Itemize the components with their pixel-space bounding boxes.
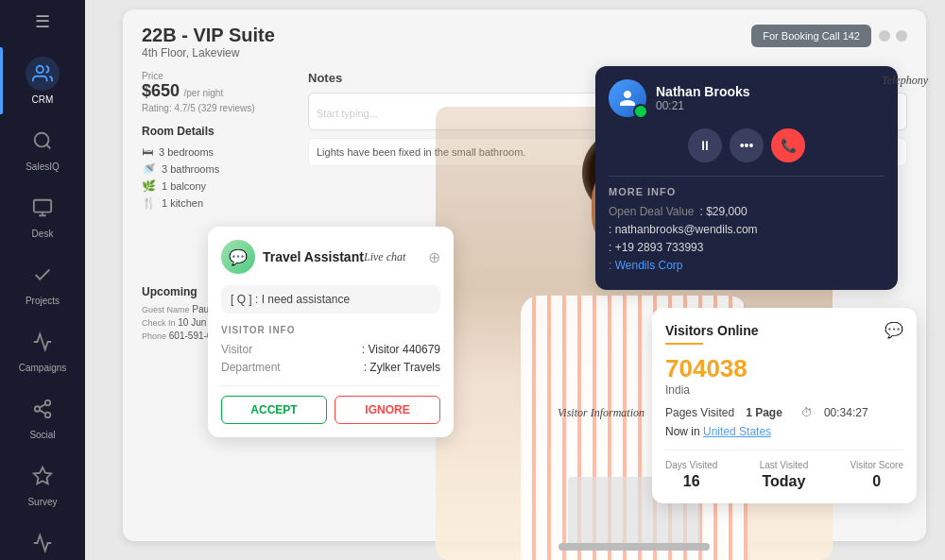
visitors-header: Visitors Online 💬 [665,321,903,339]
company-row: : Wendils Corp [609,259,885,272]
bath-icon: 🚿 [142,162,156,176]
last-visited-value: Today [760,473,809,490]
livechat-card: 💬 Travel Assistant ⊕ [ Q ] : I need assi… [208,227,454,437]
phone-label-up: Phone [142,331,166,341]
price-section: Price $650 /per night Rating: 4.7/5 (329… [142,71,293,113]
crm-header: 22B - VIP Suite 4th Floor, Lakeview For … [142,25,907,59]
chat-accept-btn[interactable]: ACCEPT [221,396,327,424]
sidebar-item-campaigns-label: Campaigns [19,363,67,373]
projects-icon [26,258,60,292]
expand-icon[interactable]: ⊕ [428,248,440,266]
sidebar: ☰ CRM SalesIQ Desk [0,0,85,560]
visitor-footer: Days Visited 16 Last Visited Today Visit… [665,450,903,490]
room-feature-bedrooms: 🛏 3 bedrooms [142,145,293,159]
crm-header-left: 22B - VIP Suite 4th Floor, Lakeview [142,25,275,59]
visitor-score-value: 0 [850,473,903,490]
sidebar-item-projects[interactable]: Projects [0,248,85,315]
open-deal-label: Open Deal Value [609,205,695,218]
telephony-card: Nathan Brooks 00:21 ⏸ ••• 📞 MORE INFO Op… [595,66,898,290]
price-value: $650 [142,81,180,100]
booking-btn[interactable]: For Booking Call 142 [751,25,871,47]
visitors-title: Visitors Online [665,323,759,338]
sidebar-top: ☰ [0,11,85,32]
svg-rect-2 [34,200,51,212]
more-info-section: MORE INFO Open Deal Value : $29,000 : na… [609,176,885,272]
pages-visited-label: Pages Visited [665,406,734,419]
visitor-location: Now in United States [665,425,903,438]
room-feature-kitchen: 🍴 1 kitchen [142,196,293,210]
visitor-row: Visitor : Visitor 440679 [221,343,440,356]
days-visited-label: Days Visited [665,460,717,470]
visitor-score-label: Visitor Score [850,460,903,470]
visitors-title-underline [665,343,703,345]
caller-info: Nathan Brooks 00:21 [656,84,885,112]
crm-title: 22B - VIP Suite [142,25,275,46]
telephony-annotation: Telephony [882,74,928,88]
visitor-score-item: Visitor Score 0 [850,460,903,490]
visitor-label: Visitor [221,343,252,356]
analytics-icon [26,526,60,560]
sidebar-item-desk-label: Desk [32,229,54,239]
caller-avatar [609,79,646,117]
visitor-info-annotation: Visitor Information [558,406,644,420]
email-row: : nathanbrooks@wendils.com [609,223,885,236]
sidebar-item-campaigns[interactable]: Campaigns [0,315,85,382]
room-feature-balcony: 🌿 1 balcony [142,179,293,193]
visitors-card: Visitors Online 💬 704038 India Pages Vis… [652,308,917,503]
livechat-annotation: Live chat [364,250,405,264]
survey-icon [26,459,60,493]
svg-point-4 [35,406,41,412]
department-value: : Zylker Travels [364,361,440,374]
caller-time: 00:21 [656,99,885,112]
visitor-info-title: VISITOR INFO [221,325,440,335]
sidebar-item-survey-label: Survey [27,497,57,507]
header-dots [879,30,907,42]
room-feature-bathrooms: 🚿 3 bathrooms [142,162,293,176]
desk-icon [26,191,60,225]
chat-actions: ACCEPT IGNORE [221,385,440,424]
call-end-btn[interactable]: 📞 [771,128,805,162]
days-visited-item: Days Visited 16 [665,460,717,490]
call-dots-btn[interactable]: ••• [730,128,764,162]
price-label: Price [142,71,293,81]
email-value: : nathanbrooks@wendils.com [609,223,758,236]
visitors-chat-icon[interactable]: 💬 [885,321,903,339]
sidebar-item-analytics[interactable]: Analytics [0,517,85,560]
svg-point-1 [35,133,49,147]
visitor-count: 704038 [665,354,903,383]
svg-point-5 [45,413,51,418]
caller-name: Nathan Brooks [656,84,885,99]
kitchen-icon: 🍴 [142,196,156,210]
room-feature-bathrooms-text: 3 bathrooms [162,163,219,175]
sidebar-item-salesiq[interactable]: SalesIQ [0,114,85,181]
sidebar-item-salesiq-label: SalesIQ [26,161,60,172]
crm-subtitle: 4th Floor, Lakeview [142,46,275,59]
room-details: Room Details 🛏 3 bedrooms 🚿 3 bathrooms … [142,125,293,210]
price-value-row: $650 /per night [142,81,293,101]
chat-ignore-btn[interactable]: IGNORE [335,396,440,424]
crm-header-right: For Booking Call 142 [751,25,907,47]
sidebar-item-social-label: Social [29,430,55,440]
visitor-info-section: VISITOR INFO Visitor : Visitor 440679 De… [221,325,440,374]
sidebar-item-social[interactable]: Social [0,382,85,450]
sidebar-item-desk[interactable]: Desk [0,181,85,248]
header-dot-1 [879,30,890,42]
sidebar-item-crm[interactable]: CRM [0,47,85,114]
sidebar-item-crm-label: CRM [32,94,54,105]
time-on-site: 00:34:27 [824,406,868,419]
visitor-stats: Pages Visited 1 Page ⏱ 00:34:27 [665,406,903,419]
bed-icon: 🛏 [142,145,153,159]
now-in-link[interactable]: United States [703,425,771,438]
svg-point-0 [37,66,43,73]
open-deal-row: Open Deal Value : $29,000 [609,205,885,218]
menu-icon[interactable]: ☰ [35,11,50,32]
svg-point-3 [45,400,51,406]
company-link[interactable]: : Wendils Corp [609,259,682,272]
call-pause-btn[interactable]: ⏸ [688,128,722,162]
sidebar-item-projects-label: Projects [26,296,60,306]
chat-message: [ Q ] : I need assistance [221,285,440,314]
sidebar-item-survey[interactable]: Survey [0,450,85,517]
days-visited-value: 16 [665,473,717,490]
visitor-country: India [665,383,903,397]
call-controls: ⏸ ••• 📞 [609,128,885,162]
